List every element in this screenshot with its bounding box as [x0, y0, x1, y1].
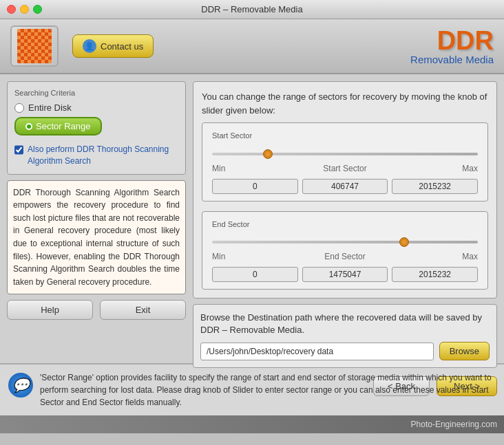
brand-title: DDR — [410, 28, 494, 54]
title-bar: DDR – Removable Media — [0, 0, 504, 19]
contact-button[interactable]: 👤 Contact us — [72, 34, 154, 58]
thorough-scan-label: Also perform DDR Thorough Scanning Algor… — [28, 144, 178, 167]
contact-icon: 👤 — [83, 39, 96, 53]
left-panel: Searching Criteria Entire Disk Sector Ra… — [7, 81, 186, 356]
start-sector-input[interactable] — [302, 179, 388, 194]
start-min-input[interactable] — [212, 179, 298, 194]
start-max-input[interactable] — [392, 179, 478, 194]
header: 👤 Contact us DDR Removable Media — [0, 19, 504, 74]
minimize-button[interactable] — [20, 5, 29, 14]
destination-text: Browse the Destination path where the re… — [200, 312, 490, 336]
end-sector-fields: Min End Sector Max — [212, 250, 478, 282]
sector-info-text: You can change the range of sectors for … — [202, 91, 487, 116]
destination-row: Browse — [200, 342, 490, 360]
entire-disk-radio[interactable] — [14, 103, 24, 113]
right-panel: You can change the range of sectors for … — [193, 81, 497, 356]
entire-disk-row: Entire Disk — [14, 102, 178, 113]
logo-pattern — [17, 29, 52, 63]
brand-subtitle: Removable Media — [410, 54, 494, 65]
footer: Photo-Engineering.com — [0, 415, 504, 433]
info-icon: 💬 — [8, 373, 33, 398]
start-min-label: Min — [212, 162, 298, 175]
end-sector-group: End Sector Min End Sector Max — [202, 211, 488, 290]
thorough-scan-checkbox[interactable] — [14, 145, 23, 155]
description-text: DDR Thorough Scanning Algorithm Search e… — [13, 188, 180, 287]
bottom-info-text: 'Sector Range' option provides facility … — [40, 371, 496, 409]
sector-info-box: You can change the range of sectors for … — [193, 81, 497, 299]
logo — [10, 25, 59, 67]
end-max-input[interactable] — [392, 267, 478, 282]
main-content: Searching Criteria Entire Disk Sector Ra… — [0, 74, 504, 363]
sector-range-button[interactable]: Sector Range — [14, 117, 102, 135]
end-min-label: Min — [212, 250, 298, 263]
bottom-info-bar: 💬 'Sector Range' option provides facilit… — [0, 363, 504, 415]
criteria-box: Searching Criteria Entire Disk Sector Ra… — [7, 81, 186, 175]
criteria-title: Searching Criteria — [14, 89, 178, 97]
description-box: DDR Thorough Scanning Algorithm Search e… — [7, 180, 186, 295]
sector-panels: Start Sector Min Start Sector Max End Se… — [202, 117, 488, 290]
end-sector-label: End Sector — [212, 219, 478, 230]
bottom-buttons: Help Exit — [7, 300, 186, 320]
thorough-scan-row: Also perform DDR Thorough Scanning Algor… — [14, 144, 178, 167]
help-button[interactable]: Help — [7, 300, 93, 320]
end-sector-input[interactable] — [302, 267, 388, 282]
start-center-label: Start Sector — [302, 162, 388, 175]
destination-box: Browse the Destination path where the re… — [193, 304, 497, 368]
sector-range-dot — [25, 123, 32, 130]
footer-text: Photo-Engineering.com — [411, 420, 497, 429]
start-sector-group: Start Sector Min Start Sector Max — [202, 122, 488, 202]
window-title: DDR – Removable Media — [201, 4, 302, 14]
close-button[interactable] — [7, 5, 16, 14]
start-sector-slider[interactable] — [212, 153, 478, 155]
maximize-button[interactable] — [33, 5, 42, 14]
entire-disk-label: Entire Disk — [28, 102, 72, 113]
start-sector-fields: Min Start Sector Max — [212, 162, 478, 194]
destination-input[interactable] — [200, 343, 434, 360]
browse-button[interactable]: Browse — [439, 342, 490, 360]
contact-button-label: Contact us — [101, 41, 143, 52]
info-icon-symbol: 💬 — [12, 378, 30, 392]
sector-range-label: Sector Range — [36, 121, 91, 131]
brand: DDR Removable Media — [410, 28, 494, 65]
end-sector-slider[interactable] — [212, 241, 478, 243]
start-sector-label: Start Sector — [212, 130, 478, 142]
end-max-label: Max — [392, 250, 478, 263]
exit-button[interactable]: Exit — [100, 300, 186, 320]
end-center-label: End Sector — [302, 250, 388, 263]
start-max-label: Max — [392, 162, 478, 175]
end-min-input[interactable] — [212, 267, 298, 282]
window-controls[interactable] — [7, 5, 42, 14]
